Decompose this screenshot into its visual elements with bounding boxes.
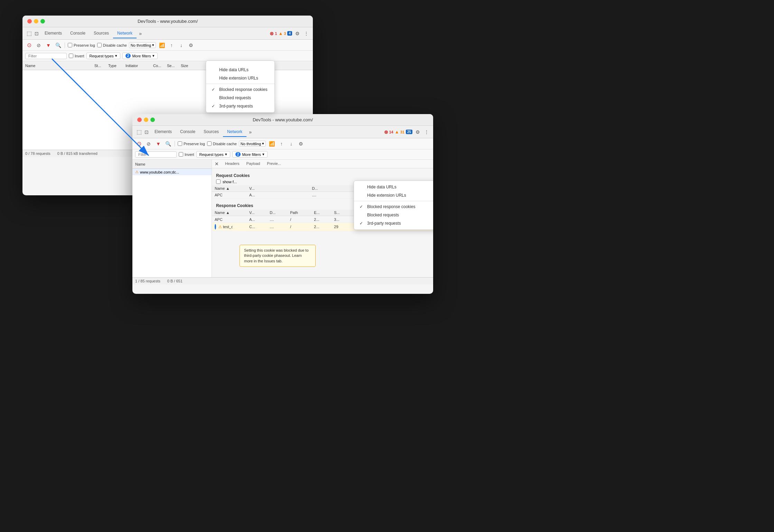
minimize-button-2[interactable] bbox=[144, 118, 148, 122]
error-badge-2: ⊗ 14 bbox=[384, 129, 393, 135]
filter-icon-2[interactable]: ▼ bbox=[155, 140, 162, 148]
test-cookie-warning-icon: ⚠ bbox=[218, 225, 222, 229]
close-button-1[interactable] bbox=[27, 19, 32, 24]
filter-icon-1[interactable]: ▼ bbox=[45, 41, 52, 49]
menu-3rd-party-1[interactable]: ✓ 3rd-party requests bbox=[206, 102, 274, 110]
menu-blocked-requests-2[interactable]: Blocked requests bbox=[354, 211, 433, 219]
more-options-icon-1[interactable]: ⋮ bbox=[302, 30, 310, 37]
preserve-log-check-1[interactable] bbox=[68, 43, 72, 47]
menu-hide-data-urls-2[interactable]: Hide data URLs bbox=[354, 183, 433, 191]
disable-cache-check-1[interactable] bbox=[97, 43, 102, 47]
col-size-1: Size bbox=[181, 64, 198, 68]
upload-icon-1[interactable]: ↑ bbox=[168, 41, 175, 49]
record-stop-icon-1[interactable]: ⊙ bbox=[25, 41, 33, 49]
menu-sep-2 bbox=[354, 201, 433, 201]
titlebar-1: DevTools - www.youtube.com/ bbox=[22, 16, 313, 27]
req-col-v: V... bbox=[246, 185, 309, 192]
res-col-s: S... bbox=[331, 209, 351, 216]
disable-cache-label-1[interactable]: Disable cache bbox=[97, 43, 127, 47]
col-name-1: Name bbox=[25, 64, 94, 68]
clear-icon-2[interactable]: ⊘ bbox=[145, 140, 152, 148]
more-tabs-icon-2[interactable]: » bbox=[246, 128, 254, 136]
dropdown-menu-2: Hide data URLs Hide extension URLs ✓ Blo… bbox=[354, 180, 433, 230]
panel-tab-payload-2[interactable]: Payload bbox=[243, 160, 264, 168]
request-types-btn-1[interactable]: Request types ▾ bbox=[86, 53, 120, 59]
menu-hide-ext-urls-2[interactable]: Hide extension URLs bbox=[354, 191, 433, 199]
close-button-2[interactable] bbox=[137, 118, 142, 122]
wifi-icon-2[interactable]: 📶 bbox=[268, 140, 276, 148]
tab-console-1[interactable]: Console bbox=[66, 29, 90, 38]
search-icon-1[interactable]: 🔍 bbox=[54, 41, 62, 49]
dropdown-menu-1: Hide data URLs Hide extension URLs ✓ Blo… bbox=[206, 60, 275, 113]
col-status-1: St... bbox=[94, 64, 108, 68]
filter-input-2[interactable] bbox=[135, 151, 177, 158]
panel-tab-headers-2[interactable]: Headers bbox=[222, 160, 243, 168]
throttle-select-2[interactable]: No throttling ▾ bbox=[239, 141, 266, 147]
info-badge-1: 4 bbox=[287, 31, 292, 36]
invert-check-2[interactable] bbox=[179, 152, 183, 157]
more-filters-btn-1[interactable]: 2 More filters ▾ bbox=[122, 53, 158, 59]
column-headers-2: Name bbox=[132, 160, 212, 169]
menu-3rd-party-2[interactable]: ✓ 3rd-party requests bbox=[354, 219, 433, 227]
disable-cache-check-2[interactable] bbox=[207, 141, 212, 146]
more-options-icon-2[interactable]: ⋮ bbox=[423, 128, 430, 136]
menu-hide-ext-urls-1[interactable]: Hide extension URLs bbox=[206, 74, 274, 82]
tab-network-2[interactable]: Network bbox=[223, 127, 246, 137]
tab-icons-2: ⊗ 14 ▲ 31 25 ⚙ ⋮ bbox=[384, 128, 431, 136]
download-icon-1[interactable]: ↓ bbox=[177, 41, 185, 49]
upload-icon-2[interactable]: ↑ bbox=[278, 140, 285, 148]
inspect-icon-2[interactable]: ⬚ bbox=[135, 128, 143, 136]
show-filtered-check[interactable] bbox=[216, 179, 221, 184]
tab-network-1[interactable]: Network bbox=[113, 29, 137, 38]
clear-icon-1[interactable]: ⊘ bbox=[35, 41, 43, 49]
col-type-1: Type bbox=[108, 64, 125, 68]
tab-sources-1[interactable]: Sources bbox=[90, 29, 113, 38]
preserve-log-label-1[interactable]: Preserve log bbox=[68, 43, 95, 47]
devtools-tabs-1: ⬚ ⊡ Elements Console Sources Network » ⊗… bbox=[22, 27, 313, 40]
invert-label-1[interactable]: Invert bbox=[69, 54, 84, 58]
menu-blocked-response-1[interactable]: ✓ Blocked response cookies bbox=[206, 85, 274, 94]
menu-hide-data-urls-1[interactable]: Hide data URLs bbox=[206, 66, 274, 74]
settings-icon-2[interactable]: ⚙ bbox=[414, 128, 421, 136]
menu-blocked-requests-1[interactable]: Blocked requests bbox=[206, 94, 274, 102]
settings-icon-1[interactable]: ⚙ bbox=[293, 30, 301, 37]
device-icon-2[interactable]: ⊡ bbox=[143, 128, 150, 136]
panel-tabs-2: ✕ Headers Payload Previe... bbox=[212, 160, 433, 168]
preserve-log-label-2[interactable]: Preserve log bbox=[178, 141, 205, 146]
request-row-2[interactable]: ⚠ www.youtube.com;dc... bbox=[132, 169, 212, 175]
more-tabs-icon-1[interactable]: » bbox=[137, 30, 144, 37]
col-co-1: Co... bbox=[153, 64, 167, 68]
main-content-2: Name ⚠ www.youtube.com;dc... ✕ Headers P… bbox=[132, 160, 433, 277]
settings2-icon-1[interactable]: ⚙ bbox=[187, 41, 195, 49]
panel-tab-preview-2[interactable]: Previe... bbox=[263, 160, 284, 168]
menu-blocked-response-2[interactable]: ✓ Blocked response cookies bbox=[354, 203, 433, 211]
devtools-tabs-2: ⬚ ⊡ Elements Console Sources Network » ⊗… bbox=[132, 126, 433, 138]
tab-elements-1[interactable]: Elements bbox=[40, 29, 66, 38]
settings2-icon-2[interactable]: ⚙ bbox=[297, 140, 305, 148]
tab-elements-2[interactable]: Elements bbox=[150, 127, 176, 137]
filter-input-1[interactable] bbox=[25, 53, 67, 59]
tab-sources-2[interactable]: Sources bbox=[199, 127, 223, 137]
throttle-select-1[interactable]: No throttling ▾ bbox=[129, 42, 156, 48]
search-icon-2[interactable]: 🔍 bbox=[164, 140, 172, 148]
device-icon-1[interactable]: ⊡ bbox=[33, 30, 40, 37]
maximize-button-1[interactable] bbox=[40, 19, 45, 24]
invert-check-1[interactable] bbox=[69, 54, 73, 58]
minimize-button-1[interactable] bbox=[34, 19, 38, 24]
toolbar-2: ⊙ ⊘ ▼ 🔍 Preserve log Disable cache No th… bbox=[132, 138, 433, 149]
status-bar-2: 1 / 85 requests 0 B / 651 bbox=[132, 277, 433, 284]
more-filters-btn-2[interactable]: 2 More filters ▾ bbox=[232, 151, 268, 158]
record-stop-icon-2[interactable]: ⊙ bbox=[135, 140, 143, 148]
tab-console-2[interactable]: Console bbox=[176, 127, 199, 137]
res-col-v: V... bbox=[246, 209, 267, 216]
wifi-icon-1[interactable]: 📶 bbox=[158, 41, 166, 49]
panel-close-btn-2[interactable]: ✕ bbox=[215, 161, 219, 167]
download-icon-2[interactable]: ↓ bbox=[287, 140, 295, 148]
request-types-btn-2[interactable]: Request types ▾ bbox=[196, 151, 230, 158]
preserve-log-check-2[interactable] bbox=[178, 141, 182, 146]
inspect-icon-1[interactable]: ⬚ bbox=[25, 30, 33, 37]
disable-cache-label-2[interactable]: Disable cache bbox=[207, 141, 237, 146]
invert-label-2[interactable]: Invert bbox=[179, 152, 194, 157]
maximize-button-2[interactable] bbox=[150, 118, 155, 122]
traffic-lights-2 bbox=[137, 118, 155, 122]
